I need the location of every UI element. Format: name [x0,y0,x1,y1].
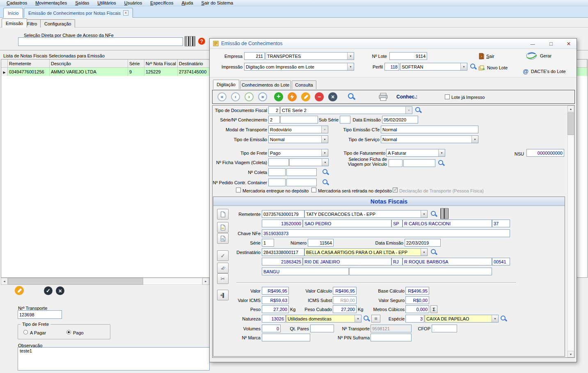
destinatario-bairro-field[interactable]: BANGU [262,268,349,275]
empresa-code-field[interactable]: 211 [244,52,265,60]
grid-hscrollbar-thumb[interactable] [8,278,143,285]
destinatario-numero-field[interactable]: 00541 [492,258,510,265]
import-note-button[interactable] [217,222,229,233]
delete-record-button[interactable] [315,92,324,101]
valor-field[interactable]: R$496,95 [262,287,289,295]
view-note-button[interactable] [217,233,229,244]
serie-conhecimento-field[interactable]: 2 [268,116,280,124]
grid-scroll-left-button[interactable] [1,278,8,285]
dialog-title-bar[interactable]: Emissão de Conhecimentos [210,39,577,49]
destinatario-search-icon[interactable] [430,249,437,256]
tipo-emissao-combo[interactable]: Normal [268,135,328,143]
container-code-field[interactable] [268,178,286,186]
novo-lote-button[interactable]: Novo Lote [478,63,519,72]
scroll-down-button[interactable] [567,351,574,357]
dialog-vscrollbar[interactable] [567,105,574,357]
remetente-combo[interactable]: TATY DECORACOES LTDA - EPP [304,210,428,218]
close-tab-icon[interactable] [123,10,128,16]
remetente-search-icon[interactable] [430,211,437,217]
peso-field[interactable]: 27,200 [262,305,289,313]
nav-first-button[interactable] [217,92,227,101]
destinatario-uf-field[interactable]: RJ [391,258,403,265]
radio-a-pagar-label[interactable]: A Pagar [30,329,55,336]
pin-suframa-field[interactable] [371,334,412,341]
remetente-numero-field[interactable]: 37 [492,220,510,227]
peso-cubado-field[interactable]: 27,200 [333,305,357,313]
nsu-field[interactable]: 0000000000 [526,149,564,157]
print-icon[interactable] [378,93,388,101]
tipo-documento-code-field[interactable]: 2 [268,106,280,114]
mercadoria-entregue-checkbox[interactable] [236,188,241,192]
modal-dropdown-icon[interactable] [321,126,328,133]
tab-consulta[interactable]: Consulta [292,80,316,89]
qt-pares-field[interactable] [310,325,334,332]
tipo-emissao-dropdown-icon[interactable] [321,136,328,143]
chave-acesso-input[interactable] [18,37,183,46]
ficha-veiculo-code-field[interactable] [389,159,403,167]
scroll-up-button[interactable] [567,105,574,112]
grid-header-serie[interactable]: Série [128,59,144,68]
nf-data-emissao-field[interactable]: 22/03/2019 [405,239,441,247]
destinatario-rua-field[interactable]: R ROQUE BARBOSA [403,258,492,265]
tipo-faturamento-dropdown-icon[interactable] [438,149,445,156]
grid-header-nota[interactable]: Nrº Nota Fiscal [144,59,178,68]
grid-scroll-right-button[interactable] [202,278,209,285]
maximize-icon[interactable] [544,40,558,48]
base-calculo-field[interactable]: R$496,95 [405,287,429,295]
confirm-button[interactable] [44,286,53,295]
lote-field[interactable]: 9114 [389,52,427,60]
observacao-textarea[interactable]: teste1 [18,347,210,371]
coleta-search-icon[interactable] [322,169,329,176]
empresa-combo[interactable]: TRANSPORTES [265,52,354,60]
destinatario-cidade-field[interactable]: RI0 DE JANEIRO [303,258,391,265]
menu-cadastros[interactable]: Cadastros [7,0,27,5]
tipo-documento-search-icon[interactable] [415,107,422,114]
perfil-code-field[interactable]: 118 [384,63,399,71]
tipo-faturamento-combo[interactable]: A Faturar [386,149,445,157]
container-field[interactable] [286,178,317,186]
cancel-button[interactable] [56,286,64,295]
numero-conhecimento-field[interactable] [280,116,318,124]
new-note-button[interactable] [217,209,229,220]
tipo-documento-combo[interactable]: CTE Serie 2 [280,106,412,114]
nf-numero-field[interactable]: 11564 [308,239,334,247]
minimize-icon[interactable] [526,40,540,48]
radio-a-pagar[interactable] [23,330,28,334]
destinatario-cnpj-field[interactable]: 28431338000117 [262,248,304,256]
radio-pago-label[interactable]: Pago [73,329,94,336]
valor-icms-field[interactable]: R$59,63 [262,296,289,304]
nav-next-button[interactable] [245,92,254,101]
chave-nfe-field[interactable]: 3519030373 [262,229,510,237]
lote-ja-impresso-checkbox[interactable] [445,94,450,99]
menu-movimentacoes[interactable]: Movimentações [35,0,67,5]
menu-especificos[interactable]: Específicos [150,0,173,5]
sub-serie-field[interactable] [340,116,350,124]
container-search-icon[interactable] [322,179,329,186]
mercadoria-retirada-checkbox[interactable] [311,188,316,192]
sair-button[interactable]: Sair [478,52,511,61]
especie-code-field[interactable]: 3 [405,315,424,323]
natureza-grid-button[interactable] [371,315,380,323]
confirm-note-button[interactable] [217,250,229,261]
remetente-barcode-icon[interactable] [440,208,448,219]
empresa-dropdown-icon[interactable] [347,53,354,59]
menu-saidas[interactable]: Saídas [75,0,89,5]
especie-combo[interactable]: CAIXA DE PAPELAO [425,315,499,323]
valor-seguro-field[interactable]: R$0,00 [405,296,429,304]
cancel-record-button[interactable] [328,92,337,101]
grid-header-descricao[interactable]: Descrição [50,59,128,68]
menu-usuarios[interactable]: Usuários [124,0,142,5]
menu-utilitarios[interactable]: Utilitários [97,0,116,5]
mercadoria-retirada-label[interactable]: Mercadoria será retirada no depósito [318,187,392,195]
tipo-emissao-cte-field[interactable]: Normal [381,126,478,133]
ficha-veiculo-search-icon[interactable] [438,160,445,167]
tab-inicio[interactable]: Início [3,8,23,18]
remetente-cnpj-field[interactable]: 03735763000179 [262,210,304,218]
tipo-frete-dropdown-icon[interactable] [321,149,328,156]
natureza-code-field[interactable]: 13026 [262,315,286,323]
edit-button[interactable] [15,286,24,295]
nr-transporte-input[interactable]: 123698 [18,310,62,319]
nf-marca-field[interactable] [262,334,310,341]
edit-record-button[interactable] [301,92,310,101]
search-conhecimento-icon[interactable] [348,93,356,101]
